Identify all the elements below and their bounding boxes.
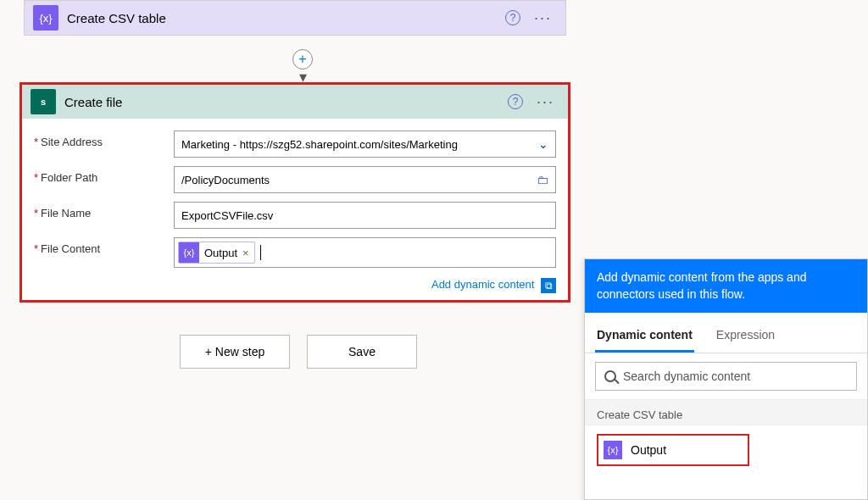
panel-heading: Add dynamic content from the apps and co… xyxy=(585,259,867,313)
dynamic-content-panel: Add dynamic content from the apps and co… xyxy=(584,258,868,500)
expand-icon[interactable]: ⧉ xyxy=(541,278,556,293)
remove-token-button[interactable]: × xyxy=(242,247,249,259)
search-icon xyxy=(604,370,616,382)
dynamic-token-output[interactable]: {x} Output × xyxy=(178,242,255,264)
card-title: Create CSV table xyxy=(67,11,166,25)
variable-icon: {x} xyxy=(179,242,199,263)
folder-picker-icon[interactable]: 🗀 xyxy=(537,173,548,186)
add-step-inline-button[interactable]: + xyxy=(292,49,313,69)
field-site-address: Site Address Marketing - https://szg52.s… xyxy=(34,131,556,158)
tab-expression[interactable]: Expression xyxy=(715,319,776,353)
field-value: /PolicyDocuments xyxy=(181,174,270,186)
field-label: File Content xyxy=(34,237,174,255)
tab-dynamic-content[interactable]: Dynamic content xyxy=(595,319,694,353)
file-content-input[interactable]: {x} Output × xyxy=(174,237,556,268)
field-file-name: File Name ExportCSVFile.csv xyxy=(34,202,556,229)
new-step-button[interactable]: + New step xyxy=(180,335,290,369)
card-header[interactable]: {x} Create CSV table ? ··· xyxy=(25,1,565,35)
card-body: Site Address Marketing - https://szg52.s… xyxy=(22,119,568,300)
search-input[interactable]: Search dynamic content xyxy=(595,362,857,391)
item-label: Output xyxy=(631,443,666,457)
save-button[interactable]: Save xyxy=(307,335,417,369)
site-address-dropdown[interactable]: Marketing - https://szg52.sharepoint.com… xyxy=(174,131,556,158)
variable-icon: {x} xyxy=(604,441,622,459)
help-icon[interactable]: ? xyxy=(505,10,520,25)
chevron-down-icon: ⌄ xyxy=(538,137,548,151)
card-menu-button[interactable]: ··· xyxy=(529,9,557,27)
folder-path-input[interactable]: /PolicyDocuments 🗀 xyxy=(174,166,556,193)
field-label: Site Address xyxy=(34,131,174,148)
file-name-input[interactable]: ExportCSVFile.csv xyxy=(174,202,556,229)
search-placeholder: Search dynamic content xyxy=(623,369,750,383)
card-menu-button[interactable]: ··· xyxy=(531,93,559,111)
text-cursor xyxy=(260,245,261,260)
field-label: Folder Path xyxy=(34,166,174,184)
flow-actions: + New step Save xyxy=(180,335,417,369)
action-card-create-csv: {x} Create CSV table ? ··· xyxy=(24,0,566,36)
variable-icon: {x} xyxy=(33,5,58,31)
sharepoint-icon: s xyxy=(31,89,56,114)
add-dynamic-content-link[interactable]: Add dynamic content xyxy=(431,278,534,291)
card-header[interactable]: s Create file ? ··· xyxy=(22,85,568,119)
connector: + ▾ xyxy=(292,34,313,86)
field-label: File Name xyxy=(34,202,174,219)
field-folder-path: Folder Path /PolicyDocuments 🗀 xyxy=(34,166,556,193)
field-value: Marketing - https://szg52.sharepoint.com… xyxy=(181,138,458,151)
dynamic-content-row: Add dynamic content ⧉ xyxy=(34,276,556,293)
field-file-content: File Content {x} Output × xyxy=(34,237,556,268)
action-card-create-file: s Create file ? ··· Site Address Marketi… xyxy=(19,82,570,303)
token-label: Output xyxy=(204,247,237,259)
panel-tabs: Dynamic content Expression xyxy=(585,319,867,353)
dynamic-item-output[interactable]: {x} Output xyxy=(597,434,749,466)
card-title: Create file xyxy=(64,95,122,109)
field-value: ExportCSVFile.csv xyxy=(181,209,273,222)
content-group-title: Create CSV table xyxy=(585,399,867,425)
help-icon[interactable]: ? xyxy=(508,94,523,109)
